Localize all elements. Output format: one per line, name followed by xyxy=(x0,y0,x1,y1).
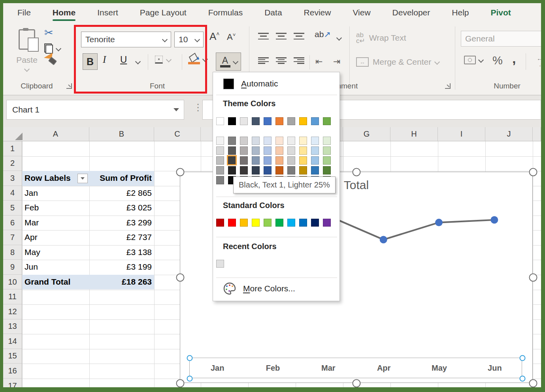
pivot-grand-total-value[interactable]: £18 263 xyxy=(91,277,152,287)
standard-color-swatch[interactable] xyxy=(216,219,224,227)
row-header-7[interactable]: 7 xyxy=(3,230,22,245)
pivot-filter-button[interactable] xyxy=(77,174,88,183)
comma-style-button[interactable]: , xyxy=(512,51,516,66)
theme-color-variant-swatch[interactable] xyxy=(287,166,295,174)
theme-color-variant-swatch[interactable] xyxy=(287,146,295,155)
chart-resize-handle[interactable] xyxy=(176,379,185,388)
theme-color-swatch[interactable] xyxy=(252,117,260,125)
pivot-row-value[interactable]: £3 025 xyxy=(91,203,152,212)
tab-home[interactable]: Home xyxy=(53,3,75,22)
theme-color-variant-swatch[interactable] xyxy=(275,137,283,145)
pivot-row-label[interactable]: Feb xyxy=(25,203,39,212)
tab-view[interactable]: View xyxy=(353,3,370,22)
wrap-text-button[interactable]: abc↵ Wrap Text xyxy=(356,32,406,44)
theme-color-variant-swatch[interactable] xyxy=(311,146,319,155)
theme-color-variant-swatch[interactable] xyxy=(216,146,224,155)
row-header-11[interactable]: 11 xyxy=(3,290,22,305)
merge-center-button[interactable]: ↔ Merge & Center xyxy=(356,57,439,67)
row-header-16[interactable]: 16 xyxy=(3,364,22,379)
underline-chevron-icon[interactable] xyxy=(135,59,141,64)
theme-color-variant-swatch[interactable] xyxy=(311,166,319,174)
column-header-c[interactable]: C xyxy=(154,127,201,141)
theme-color-variant-swatch[interactable] xyxy=(252,156,260,165)
italic-button[interactable]: I xyxy=(103,54,106,65)
increase-font-size-button[interactable]: A˄ xyxy=(209,30,220,43)
theme-color-swatch[interactable] xyxy=(240,117,248,125)
theme-color-variant-swatch[interactable] xyxy=(216,156,224,165)
alignment-dialog-launcher[interactable] xyxy=(445,83,451,89)
theme-color-variant-swatch[interactable] xyxy=(216,166,224,174)
chart-resize-handle[interactable] xyxy=(176,168,185,176)
theme-color-variant-swatch[interactable] xyxy=(275,146,283,155)
bold-button[interactable]: B xyxy=(83,53,98,70)
standard-color-swatch[interactable] xyxy=(240,219,248,227)
row-header-3[interactable]: 3 xyxy=(3,171,22,186)
pivot-row-value[interactable]: £3 199 xyxy=(91,262,152,272)
chart-resize-handle[interactable] xyxy=(353,379,361,388)
number-format-combo[interactable]: General xyxy=(461,31,544,47)
theme-color-swatch[interactable] xyxy=(264,117,272,125)
chart-data-point[interactable] xyxy=(490,216,498,224)
column-header-h[interactable]: H xyxy=(390,127,438,141)
theme-color-swatch[interactable] xyxy=(275,117,283,125)
pivot-row-label[interactable]: Jan xyxy=(25,188,38,198)
standard-color-swatch[interactable] xyxy=(299,219,307,227)
theme-color-swatch[interactable] xyxy=(323,117,331,125)
standard-color-swatch[interactable] xyxy=(275,219,283,227)
name-box[interactable]: Chart 1 xyxy=(6,100,184,120)
cut-button[interactable]: ✂ xyxy=(44,26,53,39)
row-header-8[interactable]: 8 xyxy=(3,245,22,260)
accounting-format-button[interactable] xyxy=(464,56,483,64)
recent-color-swatch[interactable] xyxy=(216,260,224,268)
tab-help[interactable]: Help xyxy=(452,3,469,22)
increase-indent-button[interactable]: ⇥ xyxy=(333,56,340,67)
orientation-button[interactable]: ab↗ xyxy=(315,30,331,39)
theme-color-swatch[interactable] xyxy=(299,117,307,125)
clipboard-dialog-launcher[interactable] xyxy=(66,83,72,89)
theme-color-swatch[interactable] xyxy=(228,117,236,125)
decrease-font-size-button[interactable]: A˅ xyxy=(227,32,236,42)
row-header-13[interactable]: 13 xyxy=(3,319,22,334)
row-header-14[interactable]: 14 xyxy=(3,334,22,349)
row-header-2[interactable]: 2 xyxy=(3,156,22,171)
axis-selection-handle[interactable] xyxy=(520,376,526,382)
font-color-button[interactable]: A xyxy=(216,53,241,71)
theme-color-variant-swatch[interactable] xyxy=(323,156,331,165)
tab-insert[interactable]: Insert xyxy=(97,3,118,22)
borders-button[interactable] xyxy=(155,56,171,64)
theme-color-variant-swatch[interactable] xyxy=(216,176,224,184)
formula-bar-separator[interactable]: ⋮ xyxy=(193,102,203,113)
tab-file[interactable]: File xyxy=(17,3,31,22)
axis-selection-handle[interactable] xyxy=(187,376,193,382)
theme-color-variant-swatch[interactable] xyxy=(264,156,272,165)
theme-color-swatch[interactable] xyxy=(216,117,224,125)
fill-color-button[interactable] xyxy=(188,54,207,64)
column-header-j[interactable]: J xyxy=(485,127,533,141)
tab-developer[interactable]: Developer xyxy=(392,3,430,22)
pivot-grand-total-label[interactable]: Grand Total xyxy=(25,277,70,287)
pivot-row-value[interactable]: £3 138 xyxy=(91,248,152,257)
theme-color-variant-swatch[interactable] xyxy=(240,137,248,145)
theme-color-variant-swatch[interactable] xyxy=(299,146,307,155)
align-left-button[interactable] xyxy=(258,57,269,64)
standard-color-swatch[interactable] xyxy=(228,219,236,227)
row-header-12[interactable]: 12 xyxy=(3,304,22,319)
standard-color-swatch[interactable] xyxy=(287,219,295,227)
chart-resize-handle[interactable] xyxy=(529,274,537,282)
align-bottom-button[interactable] xyxy=(294,33,304,39)
pivot-header-sum-of-profit[interactable]: Sum of Profit xyxy=(91,173,152,183)
paste-button[interactable]: Paste xyxy=(13,27,41,74)
theme-color-variant-swatch[interactable] xyxy=(299,166,307,174)
row-header-5[interactable]: 5 xyxy=(3,201,22,216)
theme-color-variant-swatch[interactable] xyxy=(323,146,331,155)
theme-color-variant-swatch[interactable] xyxy=(311,156,319,165)
column-header-i[interactable]: I xyxy=(438,127,485,141)
row-header-9[interactable]: 9 xyxy=(3,260,22,275)
theme-color-variant-swatch[interactable] xyxy=(252,137,260,145)
standard-color-swatch[interactable] xyxy=(311,219,319,227)
align-top-button[interactable] xyxy=(258,33,269,39)
tab-data[interactable]: Data xyxy=(264,3,282,22)
chart-resize-handle[interactable] xyxy=(529,379,537,388)
theme-color-variant-swatch[interactable] xyxy=(264,137,272,145)
more-colors-item[interactable]: More Colors... xyxy=(213,279,339,298)
